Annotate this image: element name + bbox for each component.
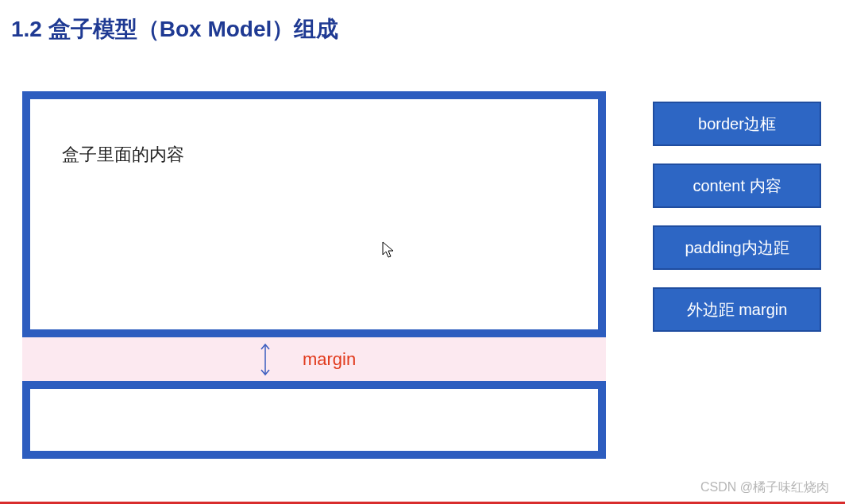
- margin-label: margin: [303, 349, 356, 370]
- page-title: 1.2 盒子模型（Box Model）组成: [0, 0, 845, 44]
- label-margin: 外边距 margin: [653, 287, 821, 332]
- labels-panel: border边框 content 内容 padding内边距 外边距 margi…: [653, 102, 821, 332]
- label-padding: padding内边距: [653, 225, 821, 270]
- box-content-text: 盒子里面的内容: [62, 143, 598, 167]
- watermark: CSDN @橘子味红烧肉: [700, 479, 829, 496]
- margin-strip: margin: [22, 337, 606, 381]
- cursor-icon: [381, 240, 395, 263]
- vertical-arrow-icon: [259, 342, 272, 377]
- label-content: content 内容: [653, 164, 821, 208]
- box-model-diagram: 盒子里面的内容 margin: [22, 91, 606, 459]
- bottom-box: [22, 381, 606, 459]
- top-box: 盒子里面的内容: [22, 91, 606, 337]
- label-border: border边框: [653, 102, 821, 146]
